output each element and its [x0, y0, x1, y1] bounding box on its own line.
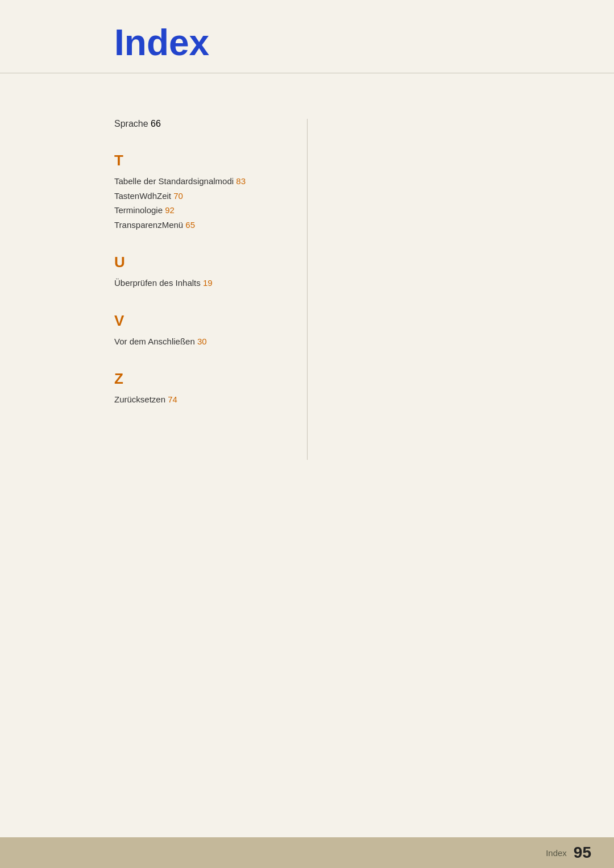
- entry-tabelle: Tabelle der Standardsignalmodi 83: [114, 174, 284, 189]
- entry-uberprufen: Überprüfen des Inhalts 19: [114, 276, 284, 290]
- section-letter-Z: Z: [114, 370, 284, 388]
- footer-label: Index: [546, 848, 567, 858]
- content-area: Sprache 66 T Tabelle der Standardsignalm…: [0, 119, 614, 460]
- page-container: Index Sprache 66 T Tabelle der Standards…: [0, 0, 614, 868]
- entry-transparenzmenu-page: 65: [185, 220, 195, 230]
- header-section: Index: [0, 0, 614, 73]
- entry-terminologie: Terminologie 92: [114, 203, 284, 218]
- entry-vor-dem-anschliessen: Vor dem Anschließen 30: [114, 334, 284, 349]
- section-V: V Vor dem Anschließen 30: [114, 312, 284, 349]
- right-column: [308, 119, 500, 460]
- left-column: Sprache 66 T Tabelle der Standardsignalm…: [114, 119, 307, 460]
- entry-zurucksetzen: Zurücksetzen 74: [114, 392, 284, 407]
- section-Z: Z Zurücksetzen 74: [114, 370, 284, 407]
- sprache-label: Sprache: [114, 119, 148, 128]
- entry-zurucksetzen-page: 74: [168, 394, 177, 404]
- sprache-entry: Sprache 66: [114, 119, 284, 129]
- footer-page-num: 95: [574, 844, 591, 862]
- section-letter-V: V: [114, 312, 284, 330]
- entry-terminologie-page: 92: [165, 205, 175, 215]
- entry-tabelle-page: 83: [236, 176, 246, 186]
- page-title: Index: [114, 23, 500, 63]
- section-U: U Überprüfen des Inhalts 19: [114, 254, 284, 290]
- section-T: T Tabelle der Standardsignalmodi 83 Tast…: [114, 152, 284, 232]
- entry-tastenwdhzeit-page: 70: [173, 191, 183, 201]
- section-letter-T: T: [114, 152, 284, 169]
- footer-bar: Index 95: [0, 837, 614, 868]
- entry-tastenwdhzeit: TastenWdhZeit 70: [114, 189, 284, 203]
- entry-transparenzmenu: TransparenzMenü 65: [114, 218, 284, 232]
- sprache-page: 66: [151, 119, 161, 128]
- entry-uberprufen-page: 19: [203, 278, 213, 288]
- section-letter-U: U: [114, 254, 284, 271]
- entry-vor-dem-anschliessen-page: 30: [197, 337, 207, 346]
